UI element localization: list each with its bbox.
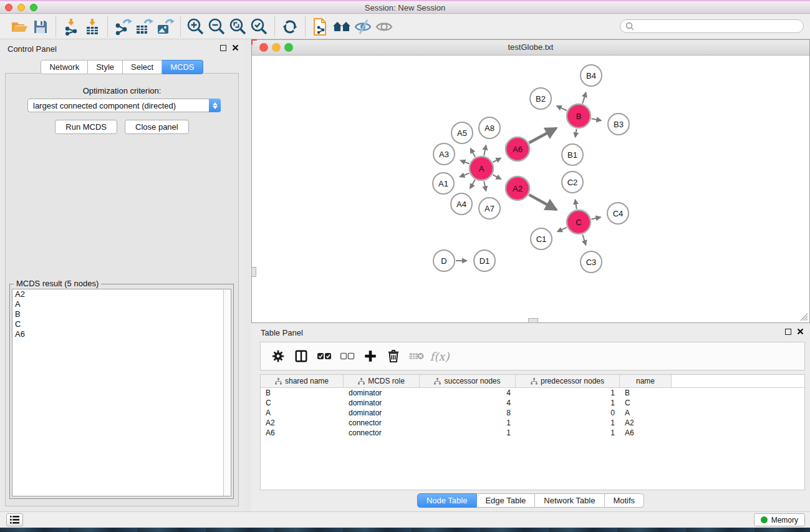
column-header[interactable]: predecessor nodes	[516, 375, 620, 387]
table-cell[interactable]: 0	[516, 409, 620, 417]
import-network-icon[interactable]	[60, 16, 82, 37]
zoom-selected-icon[interactable]	[249, 16, 270, 37]
splitter-handle[interactable]	[251, 267, 256, 277]
export-network-icon[interactable]	[112, 16, 133, 37]
network-canvas[interactable]: AA6A2BCA5A8A3A1A4A7B2B4B3B1C2C4C1C3DD1	[252, 56, 809, 322]
new-network-from-file-icon[interactable]	[310, 16, 331, 37]
table-cell[interactable]: 4	[420, 399, 516, 407]
criterion-dropdown[interactable]: largest connected component (directed)	[27, 99, 221, 112]
network-window-titlebar[interactable]: testGlobe.txt	[252, 40, 809, 56]
list-item[interactable]: A6	[12, 329, 223, 339]
table-cell[interactable]: 1	[516, 418, 620, 427]
graph-edge[interactable]	[484, 145, 486, 156]
graph-edge[interactable]	[460, 173, 469, 177]
table-cell[interactable]: connector	[344, 418, 420, 427]
table-row[interactable]: Bdominator41B	[261, 388, 804, 398]
list-item[interactable]: A	[12, 299, 223, 309]
graph-edge[interactable]	[576, 129, 577, 137]
open-file-icon[interactable]	[9, 16, 30, 37]
tab-style[interactable]: Style	[88, 60, 123, 74]
table-cell[interactable]: B	[261, 389, 344, 397]
graph-edge[interactable]	[557, 228, 567, 232]
list-item[interactable]: A2	[12, 289, 223, 299]
search-input[interactable]	[634, 22, 798, 31]
table-cell[interactable]: dominator	[344, 389, 420, 397]
run-mcds-button[interactable]: Run MCDS	[55, 120, 117, 134]
graph-edge[interactable]	[591, 217, 600, 219]
delete-icon[interactable]	[385, 348, 402, 364]
zoom-fit-icon[interactable]	[228, 16, 249, 37]
table-cell[interactable]: A	[620, 409, 672, 417]
tab-node-table[interactable]: Node Table	[417, 493, 477, 508]
function-builder-icon[interactable]: f(x)	[432, 348, 448, 364]
graph-edge[interactable]	[592, 118, 602, 120]
close-panel-icon[interactable]	[797, 328, 804, 335]
column-header[interactable]: MCDS role	[344, 375, 420, 387]
table-row[interactable]: Adominator80A	[261, 408, 804, 418]
table-row[interactable]: A2connector11A2	[261, 418, 804, 428]
table-cell[interactable]: 1	[516, 428, 620, 437]
table-cell[interactable]: 4	[420, 389, 516, 397]
table-cell[interactable]: connector	[344, 428, 420, 437]
graph-edge[interactable]	[471, 148, 475, 157]
float-panel-icon[interactable]	[785, 329, 791, 335]
splitter-handle[interactable]	[528, 318, 538, 323]
close-panel-icon[interactable]	[232, 44, 239, 51]
search-field[interactable]	[620, 19, 804, 33]
deselect-all-checkboxes-icon[interactable]	[339, 348, 355, 364]
column-header[interactable]: successor nodes	[420, 375, 516, 387]
graph-edge[interactable]	[484, 181, 486, 191]
close-panel-button[interactable]: Close panel	[125, 120, 189, 134]
memory-button[interactable]: Memory	[754, 513, 805, 526]
table-cell[interactable]: A2	[261, 418, 344, 427]
float-panel-icon[interactable]	[220, 45, 226, 51]
hide-graphics-details-icon[interactable]	[352, 16, 374, 37]
table-cell[interactable]: A6	[261, 428, 344, 437]
home-view-icon[interactable]	[331, 16, 352, 37]
table-cell[interactable]: 1	[420, 428, 516, 437]
graph-edge[interactable]	[493, 175, 501, 179]
table-cell[interactable]: A2	[620, 418, 672, 427]
delete-table-icon[interactable]	[408, 348, 425, 364]
column-header[interactable]: shared name	[261, 375, 344, 387]
select-all-checkboxes-icon[interactable]	[316, 348, 332, 364]
save-session-icon[interactable]	[30, 16, 51, 37]
mcds-result-list[interactable]: A2ABCA6	[12, 289, 231, 496]
zoom-out-icon[interactable]	[206, 16, 228, 37]
resize-grip-icon[interactable]	[799, 312, 808, 321]
graph-edge[interactable]	[557, 106, 567, 110]
table-cell[interactable]: dominator	[344, 409, 420, 417]
zoom-in-icon[interactable]	[185, 16, 206, 37]
task-history-button[interactable]	[6, 513, 23, 526]
table-cell[interactable]: A6	[620, 428, 672, 437]
table-cell[interactable]: C	[620, 399, 672, 407]
graph-edge[interactable]	[575, 200, 576, 209]
export-table-icon[interactable]	[133, 16, 155, 37]
tab-mcds[interactable]: MCDS	[162, 60, 203, 74]
graph-edge[interactable]	[493, 158, 501, 162]
graph-edge[interactable]	[470, 180, 475, 188]
graph-edge[interactable]	[529, 128, 556, 143]
add-column-icon[interactable]	[362, 348, 378, 364]
list-item[interactable]: C	[12, 319, 223, 329]
table-cell[interactable]: dominator	[344, 399, 420, 407]
table-cell[interactable]: C	[261, 399, 344, 407]
graph-edge[interactable]	[461, 160, 470, 163]
table-cell[interactable]: B	[620, 389, 672, 397]
table-cell[interactable]: 1	[420, 418, 516, 427]
tab-motifs[interactable]: Motifs	[604, 493, 644, 508]
graph-edge[interactable]	[582, 92, 586, 104]
tab-network-table[interactable]: Network Table	[535, 493, 604, 508]
show-columns-icon[interactable]	[293, 348, 309, 364]
tab-select[interactable]: Select	[123, 60, 162, 74]
table-cell[interactable]: 1	[516, 389, 620, 397]
graph-edge[interactable]	[582, 235, 586, 245]
import-table-icon[interactable]	[82, 16, 103, 37]
refresh-icon[interactable]	[279, 16, 301, 37]
table-cell[interactable]: A	[261, 409, 344, 417]
table-settings-gear-icon[interactable]	[270, 348, 286, 364]
tab-edge-table[interactable]: Edge Table	[476, 493, 535, 508]
graph-edge[interactable]	[529, 195, 556, 210]
export-image-icon[interactable]	[155, 16, 176, 37]
scrollbar[interactable]	[223, 289, 231, 496]
